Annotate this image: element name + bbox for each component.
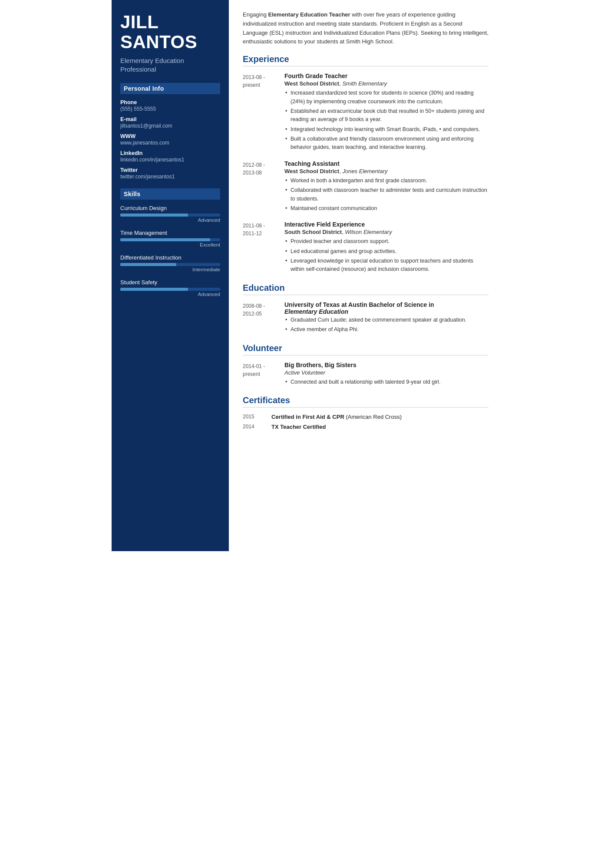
entry-org: Active Volunteer xyxy=(284,369,489,376)
certificates-heading: Certificates xyxy=(243,395,489,408)
info-item: WWWwww.janesantos.com xyxy=(120,133,220,146)
info-value: jillsantos1@gmail.com xyxy=(120,123,220,129)
entry-date: 2012-08 -2013-08 xyxy=(243,160,277,214)
info-label: WWW xyxy=(120,133,220,139)
skill-bar-bg xyxy=(120,288,220,291)
personal-info: Phone(555) 555-5555E-mailjillsantos1@gma… xyxy=(120,99,220,180)
entry-body: Big Brothers, Big Sisters Active Volunte… xyxy=(284,362,489,388)
resume-container: JILLSANTOS Elementary Education Professi… xyxy=(112,0,502,551)
certificates-list: 2015 Certified in First Aid & CPR (Ameri… xyxy=(243,414,489,430)
entry-job-title: University of Texas at Austin Bachelor o… xyxy=(284,301,489,315)
skill-bar-fill xyxy=(120,238,210,241)
skills-section: Skills Curriculum Design Advanced Time M… xyxy=(120,188,220,297)
skill-name: Time Management xyxy=(120,230,220,236)
info-label: Phone xyxy=(120,99,220,105)
entry-bullets: Graduated Cum Laude; asked be commenceme… xyxy=(284,316,489,334)
entry-job-title: Big Brothers, Big Sisters xyxy=(284,362,489,368)
skill-bar-bg xyxy=(120,214,220,217)
entry-org: West School District, Jones Elementary xyxy=(284,168,489,174)
entry-date: 2008-08 -2012-05 xyxy=(243,301,277,335)
bullet: Worked in both a kindergarten and first … xyxy=(284,177,489,185)
info-label: LinkedIn xyxy=(120,150,220,156)
certificate-entry: 2015 Certified in First Aid & CPR (Ameri… xyxy=(243,414,489,420)
entry-org: South School District, Wilson Elementary xyxy=(284,229,489,235)
skill-name: Curriculum Design xyxy=(120,205,220,211)
bullet: Connected and built a relationship with … xyxy=(284,378,489,386)
education-heading: Education xyxy=(243,283,489,295)
entry-bullets: Worked in both a kindergarten and first … xyxy=(284,177,489,213)
experience-entry: 2012-08 -2013-08 Teaching Assistant West… xyxy=(243,160,489,214)
certificates-section: Certificates 2015 Certified in First Aid… xyxy=(243,395,489,430)
skill-level: Intermediate xyxy=(120,267,220,272)
bullet: Built a collaborative and friendly class… xyxy=(284,135,489,152)
info-value: linkedin.com/in/janesantos1 xyxy=(120,157,220,163)
volunteer-heading: Volunteer xyxy=(243,343,489,355)
candidate-name: JILLSANTOS xyxy=(120,12,220,52)
cert-year: 2015 xyxy=(243,414,264,420)
experience-list: 2013-08 -present Fourth Grade Teacher We… xyxy=(243,72,489,275)
entry-date: 2013-08 -present xyxy=(243,72,277,153)
bullet: Maintained constant communication xyxy=(284,204,489,213)
summary: Engaging Elementary Education Teacher wi… xyxy=(243,10,489,46)
info-label: Twitter xyxy=(120,167,220,173)
skill-level: Advanced xyxy=(120,217,220,223)
entry-date: 2011-08 -2011-12 xyxy=(243,221,277,275)
skill-item: Differentiated Instruction Intermediate xyxy=(120,254,220,272)
certificate-entry: 2014 TX Teacher Certified xyxy=(243,424,489,430)
education-entry: 2008-08 -2012-05 University of Texas at … xyxy=(243,301,489,335)
entry-body: Fourth Grade Teacher West School Distric… xyxy=(284,72,489,153)
entry-org: West School District, Smith Elementary xyxy=(284,80,489,87)
main-content: Engaging Elementary Education Teacher wi… xyxy=(229,0,502,551)
skill-name: Differentiated Instruction xyxy=(120,254,220,261)
bullet: Integrated technology into learning with… xyxy=(284,125,489,134)
experience-section: Experience 2013-08 -present Fourth Grade… xyxy=(243,54,489,275)
experience-entry: 2011-08 -2011-12 Interactive Field Exper… xyxy=(243,221,489,275)
info-value: www.janesantos.com xyxy=(120,140,220,146)
entry-body: Teaching Assistant West School District,… xyxy=(284,160,489,214)
volunteer-entry: 2014-01 -present Big Brothers, Big Siste… xyxy=(243,362,489,388)
bullet: Increased standardized test score for st… xyxy=(284,89,489,106)
sidebar: JILLSANTOS Elementary Education Professi… xyxy=(112,0,229,551)
skill-item: Time Management Excellent xyxy=(120,230,220,247)
skill-level: Excellent xyxy=(120,242,220,247)
skill-bar-fill xyxy=(120,263,176,266)
education-section: Education 2008-08 -2012-05 University of… xyxy=(243,283,489,335)
info-item: Phone(555) 555-5555 xyxy=(120,99,220,112)
bullet: Leveraged knowledge in special education… xyxy=(284,257,489,274)
entry-bullets: Connected and built a relationship with … xyxy=(284,378,489,386)
bullet: Established an extracurricular book club… xyxy=(284,107,489,124)
skill-item: Curriculum Design Advanced xyxy=(120,205,220,223)
entry-job-title: Teaching Assistant xyxy=(284,160,489,167)
entry-bullets: Increased standardized test score for st… xyxy=(284,89,489,152)
skill-bar-fill xyxy=(120,288,188,291)
candidate-title: Elementary Education Professional xyxy=(120,56,220,73)
info-value: twitter.com/janesantos1 xyxy=(120,174,220,180)
skill-bar-fill xyxy=(120,214,188,217)
experience-heading: Experience xyxy=(243,54,489,66)
bullet: Graduated Cum Laude; asked be commenceme… xyxy=(284,316,489,324)
skills-heading: Skills xyxy=(120,188,220,200)
info-value: (555) 555-5555 xyxy=(120,106,220,112)
cert-desc: TX Teacher Certified xyxy=(271,424,326,430)
entry-date: 2014-01 -present xyxy=(243,362,277,388)
personal-info-heading: Personal Info xyxy=(120,83,220,94)
volunteer-section: Volunteer 2014-01 -present Big Brothers,… xyxy=(243,343,489,388)
skill-item: Student Safety Advanced xyxy=(120,279,220,297)
bullet: Provided teacher and classroom support. xyxy=(284,237,489,246)
skill-bar-bg xyxy=(120,263,220,266)
info-item: LinkedInlinkedin.com/in/janesantos1 xyxy=(120,150,220,163)
entry-body: University of Texas at Austin Bachelor o… xyxy=(284,301,489,335)
volunteer-list: 2014-01 -present Big Brothers, Big Siste… xyxy=(243,362,489,388)
skill-bar-bg xyxy=(120,238,220,241)
entry-body: Interactive Field Experience South Schoo… xyxy=(284,221,489,275)
entry-bullets: Provided teacher and classroom support.L… xyxy=(284,237,489,274)
info-label: E-mail xyxy=(120,116,220,122)
cert-desc: Certified in First Aid & CPR (American R… xyxy=(271,414,402,420)
skills-list: Curriculum Design Advanced Time Manageme… xyxy=(120,205,220,297)
bullet: Collaborated with classroom teacher to a… xyxy=(284,186,489,203)
entry-job-title: Fourth Grade Teacher xyxy=(284,72,489,79)
bullet: Active member of Alpha Phi. xyxy=(284,326,489,334)
entry-job-title: Interactive Field Experience xyxy=(284,221,489,228)
education-list: 2008-08 -2012-05 University of Texas at … xyxy=(243,301,489,335)
experience-entry: 2013-08 -present Fourth Grade Teacher We… xyxy=(243,72,489,153)
